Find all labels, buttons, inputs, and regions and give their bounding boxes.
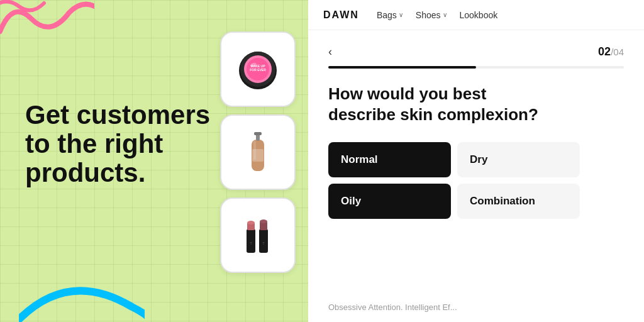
svg-text:FOR EVER: FOR EVER [250, 68, 266, 72]
option-normal-label: Normal [341, 153, 378, 165]
option-combination-label: Combination [470, 195, 535, 207]
svg-text:T: T [250, 242, 252, 245]
nav-label-lookbook: Lookbook [460, 10, 498, 20]
blush-compact-image: MAKE UP FOR EVER [233, 44, 283, 94]
step-indicator: 02/04 [598, 45, 624, 58]
option-normal[interactable]: Normal [328, 142, 451, 177]
quiz-content: ‹ 02/04 How would you best describe skin… [308, 30, 644, 322]
step-current: 02 [598, 45, 611, 58]
hero-text: Get customers to the right products. [25, 101, 210, 188]
svg-rect-15 [259, 229, 268, 253]
hero-text-content: Get customers to the right products. [25, 100, 210, 187]
right-panel: DAWN Bags ∨ Shoes ∨ Lookbook ‹ 02/04 How… [308, 0, 644, 322]
nav-item-bags[interactable]: Bags ∨ [377, 10, 403, 20]
arc-bottom-decoration [19, 269, 145, 322]
navbar: DAWN Bags ∨ Shoes ∨ Lookbook [308, 0, 644, 30]
quiz-nav-row: ‹ 02/04 [328, 45, 624, 58]
option-oily[interactable]: Oily [328, 184, 451, 219]
quiz-question: How would you best describe skin complex… [328, 84, 542, 125]
svg-point-14 [247, 221, 255, 225]
option-combination[interactable]: Combination [457, 184, 580, 219]
svg-text:T: T [262, 242, 264, 245]
option-oily-label: Oily [341, 195, 361, 207]
svg-point-17 [260, 219, 267, 223]
svg-rect-12 [247, 229, 255, 253]
product-card-blush: MAKE UP FOR EVER [220, 31, 296, 107]
lipstick-image: T T [233, 210, 283, 260]
product-card-lipstick: T T [220, 197, 296, 273]
svg-rect-11 [253, 141, 256, 160]
option-dry[interactable]: Dry [457, 142, 580, 177]
bottom-text: Obsessive Attention. Intelligent Ef... [328, 303, 457, 312]
nav-item-shoes[interactable]: Shoes ∨ [416, 10, 447, 20]
chevron-down-icon-bags: ∨ [399, 11, 403, 18]
svg-rect-9 [254, 132, 262, 135]
nav-label-shoes: Shoes [416, 10, 441, 20]
option-dry-label: Dry [470, 153, 487, 165]
chevron-down-icon-shoes: ∨ [443, 11, 447, 18]
progress-bar-fill [328, 66, 476, 69]
options-grid: Normal Dry Oily Combination [328, 142, 580, 219]
nav-item-lookbook[interactable]: Lookbook [460, 10, 498, 20]
product-card-foundation [220, 114, 296, 190]
progress-bar [328, 66, 624, 69]
foundation-bottle-image [233, 127, 283, 177]
back-button[interactable]: ‹ [328, 45, 332, 58]
nav-brand: DAWN [323, 9, 359, 21]
step-total: 04 [613, 47, 624, 57]
squiggle-top-decoration [0, 0, 94, 47]
left-panel: Get customers to the right products. MAK… [0, 0, 308, 322]
products-column: MAKE UP FOR EVER [220, 31, 296, 273]
nav-label-bags: Bags [377, 10, 397, 20]
